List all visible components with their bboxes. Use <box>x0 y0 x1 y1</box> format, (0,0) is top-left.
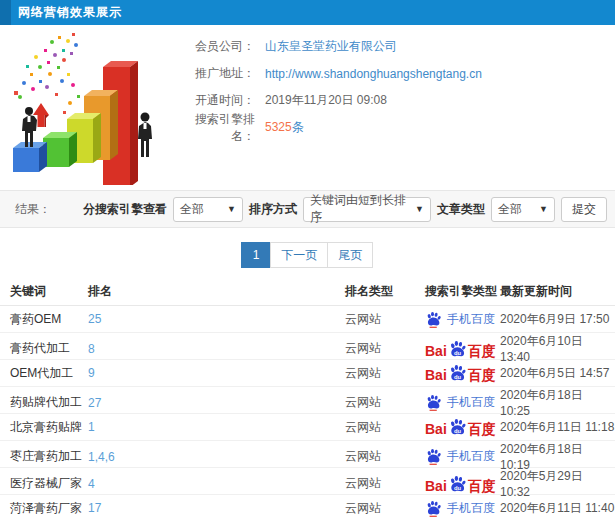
mobile-baidu-label: 手机百度 <box>447 448 495 465</box>
article-type-select[interactable]: 全部 ▼ <box>491 197 555 222</box>
baidu-paw-icon <box>425 311 442 328</box>
header-rank-type: 排名类型 <box>345 283 425 300</box>
cell-rank-type: 云网站 <box>345 365 425 382</box>
results-table: 关键词 排名 排名类型 搜索引擎类型 最新更新时间 膏药OEM25云网站 手机百… <box>0 278 615 520</box>
svg-text:du: du <box>454 349 462 355</box>
baidu-logo-cn: 百度 <box>468 344 496 358</box>
page-button-next[interactable]: 下一页 <box>270 242 328 268</box>
cell-engine-type: Bai du 百度 <box>425 418 500 436</box>
open-time-value: 2019年11月20日 09:08 <box>265 92 387 109</box>
result-label: 结果： <box>15 201 51 218</box>
baidu-paw-icon: du <box>448 364 467 383</box>
cell-rank-link[interactable]: 27 <box>88 396 345 410</box>
baidu-logo-bai: Bai <box>425 422 447 436</box>
engine-filter-label: 分搜索引擎查看 <box>83 201 167 218</box>
mobile-baidu-badge: 手机百度 <box>425 448 495 465</box>
field-rank-count: 搜索引擎排名： 5325条 <box>185 114 615 141</box>
table-row: 枣庄膏药加工1,4,6云网站 手机百度2020年6月18日 10:19 <box>0 441 615 468</box>
cell-engine-type: 手机百度 <box>425 394 500 411</box>
cell-rank-type: 云网站 <box>345 419 425 436</box>
cell-keyword: 枣庄膏药加工 <box>10 448 88 465</box>
page-button-last[interactable]: 尾页 <box>327 242 373 268</box>
cell-engine-type: 手机百度 <box>425 311 500 328</box>
baidu-logo: Bai du 百度 <box>425 475 496 493</box>
header-rank: 排名 <box>88 283 345 300</box>
cell-rank-link[interactable]: 1 <box>88 420 345 434</box>
header-engine-type: 搜索引擎类型 <box>425 283 500 300</box>
cell-updated-time: 2020年6月18日 10:25 <box>500 387 615 418</box>
svg-text:du: du <box>454 428 462 434</box>
cell-engine-type: Bai du 百度 <box>425 340 500 358</box>
baidu-paw-icon <box>425 448 442 465</box>
cell-updated-time: 2020年6月10日 13:40 <box>500 333 615 364</box>
baidu-paw-icon: du <box>448 340 467 359</box>
cell-rank-link[interactable]: 9 <box>88 366 345 380</box>
chevron-down-icon: ▼ <box>227 204 236 214</box>
article-type-label: 文章类型 <box>437 201 485 218</box>
baidu-logo-bai: Bai <box>425 368 447 382</box>
header-updated: 最新更新时间 <box>500 283 615 300</box>
cell-rank-link[interactable]: 4 <box>88 477 345 491</box>
baidu-logo: Bai du 百度 <box>425 364 496 382</box>
cell-rank-link[interactable]: 17 <box>88 501 345 515</box>
sort-filter-label: 排序方式 <box>249 201 297 218</box>
filters-group: 分搜索引擎查看 全部 ▼ 排序方式 关键词由短到长排序 ▼ 文章类型 全部 ▼ … <box>83 197 607 222</box>
table-row: 膏药OEM25云网站 手机百度2020年6月9日 17:50 <box>0 306 615 333</box>
cell-updated-time: 2020年6月9日 17:50 <box>500 311 615 328</box>
table-row: 膏药代加工8云网站Bai du 百度2020年6月10日 13:40 <box>0 333 615 360</box>
engine-filter-select[interactable]: 全部 ▼ <box>173 197 243 222</box>
pagination: 1 下一页 尾页 <box>0 228 615 278</box>
cell-rank-type: 云网站 <box>345 394 425 411</box>
cell-engine-type: Bai du 百度 <box>425 475 500 493</box>
title-bar-accent <box>0 0 11 25</box>
cell-rank-type: 云网站 <box>345 448 425 465</box>
chevron-down-icon: ▼ <box>415 204 424 214</box>
table-row: 菏泽膏药厂家17云网站 手机百度2020年6月11日 11:40 <box>0 495 615 520</box>
baidu-paw-icon <box>425 500 442 517</box>
cell-keyword: 菏泽膏药厂家 <box>10 500 88 517</box>
baidu-paw-icon: du <box>448 475 467 494</box>
cell-rank-link[interactable]: 25 <box>88 312 345 326</box>
rank-count-label: 搜索引擎排名： <box>185 111 255 145</box>
cell-keyword: OEM代加工 <box>10 365 88 382</box>
table-row: 医疗器械厂家4云网站Bai du 百度2020年5月29日 10:32 <box>0 468 615 495</box>
cell-rank-type: 云网站 <box>345 311 425 328</box>
page-button-current[interactable]: 1 <box>241 242 272 268</box>
cell-engine-type: 手机百度 <box>425 448 500 465</box>
table-header-row: 关键词 排名 排名类型 搜索引擎类型 最新更新时间 <box>0 278 615 306</box>
engine-filter-value: 全部 <box>180 201 204 218</box>
article-type-value: 全部 <box>498 201 522 218</box>
cell-engine-type: Bai du 百度 <box>425 364 500 382</box>
result-filter-bar: 结果： 分搜索引擎查看 全部 ▼ 排序方式 关键词由短到长排序 ▼ 文章类型 全… <box>0 190 615 228</box>
baidu-logo-bai: Bai <box>425 479 447 493</box>
cell-keyword: 膏药代加工 <box>10 340 88 357</box>
page-title: 网络营销效果展示 <box>11 4 122 21</box>
mobile-baidu-badge: 手机百度 <box>425 500 495 517</box>
baidu-logo-cn: 百度 <box>468 368 496 382</box>
title-bar: 网络营销效果展示 <box>0 0 615 25</box>
cell-rank-type: 云网站 <box>345 340 425 357</box>
cell-engine-type: 手机百度 <box>425 500 500 517</box>
baidu-logo-cn: 百度 <box>468 479 496 493</box>
cell-keyword: 膏药OEM <box>10 311 88 328</box>
cell-rank-link[interactable]: 1,4,6 <box>88 450 345 464</box>
baidu-logo: Bai du 百度 <box>425 418 496 436</box>
table-body: 膏药OEM25云网站 手机百度2020年6月9日 17:50膏药代加工8云网站B… <box>0 306 615 520</box>
promo-url-link[interactable]: http://www.shandonghuangshengtang.cn <box>265 67 482 81</box>
sort-filter-select[interactable]: 关键词由短到长排序 ▼ <box>303 197 431 222</box>
table-row: 药贴牌代加工27云网站 手机百度2020年6月18日 10:25 <box>0 387 615 414</box>
company-label: 会员公司： <box>185 38 255 55</box>
svg-text:du: du <box>454 484 462 490</box>
baidu-logo: Bai du 百度 <box>425 340 496 358</box>
cell-updated-time: 2020年6月11日 11:40 <box>500 500 615 517</box>
cell-updated-time: 2020年6月5日 14:57 <box>500 365 615 382</box>
submit-button[interactable]: 提交 <box>561 197 607 222</box>
mobile-baidu-badge: 手机百度 <box>425 394 495 411</box>
company-link[interactable]: 山东皇圣堂药业有限公司 <box>265 38 397 55</box>
mobile-baidu-badge: 手机百度 <box>425 311 495 328</box>
chevron-down-icon: ▼ <box>539 204 548 214</box>
cell-keyword: 医疗器械厂家 <box>10 475 88 492</box>
cell-rank-type: 云网站 <box>345 475 425 492</box>
bar-chart-illustration <box>0 25 185 185</box>
cell-rank-link[interactable]: 8 <box>88 342 345 356</box>
